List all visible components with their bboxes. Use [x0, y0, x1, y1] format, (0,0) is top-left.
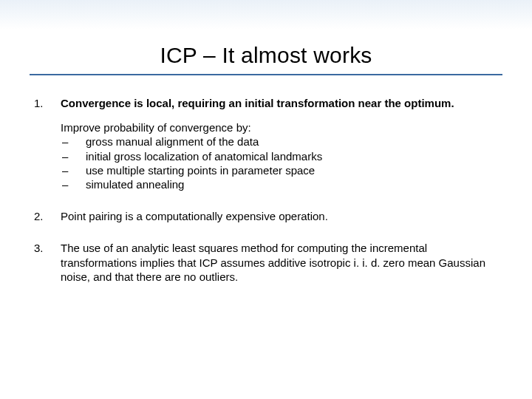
item-number: 1.: [34, 96, 61, 191]
item-content: Point pairing is a computationally expen…: [61, 209, 498, 223]
subpoint: –initial gross localization of anatomica…: [61, 149, 498, 163]
item-text: The use of an analytic least squares met…: [61, 242, 485, 282]
slide: ICP – It almost works 1. Convergence is …: [0, 0, 532, 399]
slide-body: 1. Convergence is local, requiring an in…: [0, 75, 532, 284]
item-lead: Convergence is local, requiring an initi…: [61, 96, 498, 110]
item-content: Convergence is local, requiring an initi…: [61, 96, 498, 191]
subpoint-text: use multiple starting points in paramete…: [86, 163, 315, 177]
subpoint: –use multiple starting points in paramet…: [61, 163, 498, 177]
subpoint: –simulated annealing: [61, 177, 498, 191]
item-text: Point pairing is a computationally expen…: [61, 210, 328, 222]
item-number: 3.: [34, 241, 61, 284]
subpoint: – gross manual alignment of the data: [61, 134, 498, 149]
subpoint-intro: Improve probability of convergence by:: [61, 120, 498, 134]
list-item: 2. Point pairing is a computationally ex…: [34, 209, 498, 223]
title-area: ICP – It almost works: [0, 43, 532, 68]
subpoint-text: initial gross localization of anatomical…: [86, 149, 322, 163]
header-band: [0, 0, 532, 30]
dash-icon: –: [61, 177, 86, 191]
dash-icon: –: [61, 163, 86, 177]
list-item: 3. The use of an analytic least squares …: [34, 241, 498, 284]
dash-icon: –: [61, 134, 86, 149]
slide-title: ICP – It almost works: [0, 43, 532, 68]
subpoint-text: gross manual alignment of the data: [86, 134, 259, 149]
dash-icon: –: [61, 149, 86, 163]
subpoint-list: – gross manual alignment of the data –in…: [61, 134, 498, 191]
list-item: 1. Convergence is local, requiring an in…: [34, 96, 498, 191]
item-content: The use of an analytic least squares met…: [61, 241, 498, 284]
subpoint-text: simulated annealing: [86, 177, 184, 191]
item-number: 2.: [34, 209, 61, 223]
